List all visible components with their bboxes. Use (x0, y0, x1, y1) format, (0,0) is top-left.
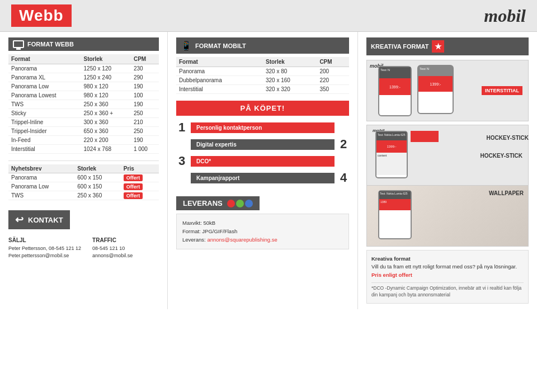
wallpaper-phone: Test: Nokia Lumia 625 1389 (378, 190, 412, 239)
table-row: In-Feed220 x 200190 (8, 136, 159, 145)
table-cell: 220 x 200 (81, 136, 131, 145)
table-cell: 190 (131, 100, 159, 109)
leverans-info: Maxvikt: 50kB Format: JPG/GIF/Flash Leve… (176, 214, 349, 249)
salj-name: Peter Pettersson, 08-545 121 12 (8, 245, 81, 251)
table-cell: Offert (121, 191, 159, 200)
table-cell: Trippel-Insider (8, 127, 81, 136)
phone-mock-2: Test N 1399:- (417, 65, 454, 114)
leverans-email[interactable]: annons@squarepublishing.se (207, 237, 277, 243)
table-cell: 320 x 160 (263, 76, 317, 85)
table-cell: Interstitial (176, 85, 263, 94)
phone-icon: ↩ (15, 214, 23, 226)
hockey-stick-label: HOCKEY-STICK (486, 135, 529, 141)
circle-red (227, 200, 235, 207)
table-cell: Offert (121, 173, 159, 182)
site-title: Webb (11, 4, 72, 27)
table-cell: 230 (131, 64, 159, 73)
kreativa-footer: Kreativa format Vill du ta fram ett nytt… (366, 250, 529, 304)
interstitial-label: INTERSTITIAL (482, 86, 522, 95)
table-cell: 200 (317, 67, 349, 76)
kreativa-price: Pris enligt offert (371, 272, 412, 278)
kontakt-box: ↩ KONTAKT (8, 210, 70, 229)
step-2-num: 2 (338, 137, 349, 152)
kreativa-desc: Vill du ta fram ett nytt roligt format m… (371, 263, 517, 270)
format-mobilt-header: 📱 FORMAT MOBILT (176, 37, 349, 54)
table-cell: 190 (131, 82, 159, 91)
kreativa-body-title: Kreativa format (371, 256, 411, 262)
table-row: Trippel-Inline300 x 360210 (8, 118, 159, 127)
step-3-label: DCO* (191, 156, 335, 167)
table-cell: 250 (131, 109, 159, 118)
table-cell: Panorama XL (8, 73, 81, 82)
newsletter-table: Nyhetsbrev Storlek Pris Panorama600 x 15… (8, 164, 159, 200)
hockey-mockup: mobil Test: Nokia Lumia 625 1399:- conte… (366, 125, 529, 186)
table-row: Dubbelpanorama320 x 160220 (176, 76, 349, 85)
table-cell: 1250 x 120 (81, 64, 131, 73)
table-row: Panorama600 x 150Offert (8, 173, 159, 182)
table-cell: 190 (131, 136, 159, 145)
pakopet-box: PÅ KÖPET! (176, 101, 349, 116)
monitor-icon (13, 40, 24, 48)
leverans-format: Format: JPG/GIF/Flash (182, 227, 343, 235)
kreativa-footer-note: *DCO -Dynamic Campaign Optimization, inn… (371, 282, 524, 299)
color-circles (227, 200, 253, 207)
table-cell: Panorama (8, 173, 74, 182)
star-icon: ★ (432, 40, 444, 53)
traffic-phone: 08-545 121 10 (92, 245, 125, 251)
table-cell: 250 (131, 127, 159, 136)
table-cell: 210 (131, 118, 159, 127)
table-cell: TWS (8, 100, 81, 109)
table-cell: 220 (317, 76, 349, 85)
table-cell: 290 (131, 73, 159, 82)
step-2-label: Digital expertis (191, 139, 335, 150)
step-4-num: 4 (338, 171, 349, 185)
circle-green (236, 200, 244, 207)
table-cell: 320 x 80 (263, 67, 317, 76)
format-webb-table: Format Storlek CPM Panorama1250 x 120230… (8, 54, 159, 154)
step-2-row: Digital expertis 2 (176, 137, 349, 152)
interstitial-mockup: mobil Test N 1399:- Test N 1399:- INTERS… (366, 60, 529, 121)
table-cell: Trippel-Inline (8, 118, 81, 127)
mob-col-storlek: Storlek (263, 57, 317, 67)
salj-label: SÄLJL (8, 237, 26, 243)
col-cpm: CPM (131, 54, 159, 64)
table-row: Trippel-Insider650 x 360250 (8, 127, 159, 136)
traffic-info: TRAFFIC 08-545 121 10 annons@mobil.se (92, 236, 133, 260)
table-cell: Panorama (8, 64, 81, 73)
table-cell: Offert (121, 182, 159, 191)
step-1-row: 1 Personlig kontaktperson (176, 120, 349, 135)
traffic-label: TRAFFIC (92, 237, 116, 243)
table-cell: 600 x 150 (74, 173, 121, 182)
offert-badge: Offert (124, 174, 143, 181)
leverans-header: LEVERANS (176, 196, 260, 210)
hockey-top-banner (411, 131, 439, 142)
hockey-phone: Test: Nokia Lumia 625 1399:- content (375, 131, 408, 178)
kreativa-label: KREATIVA FORMAT (371, 43, 428, 50)
mid-column: 📱 FORMAT MOBILT Format Storlek CPM Panor… (168, 32, 358, 309)
leverans-maxvikt: Maxvikt: 50kB (182, 219, 343, 227)
mob-col-cpm: CPM (317, 57, 349, 67)
table-cell: 250 x 360 (81, 100, 131, 109)
table-row: Panorama Low600 x 150Offert (8, 182, 159, 191)
table-cell: 350 (317, 85, 349, 94)
table-cell: 980 x 120 (81, 91, 131, 100)
kontakt-label: KONTAKT (28, 216, 63, 224)
step-4-label: Kampanjrapport (191, 173, 335, 183)
table-row: Panorama1250 x 120230 (8, 64, 159, 73)
table-row: TWS250 x 360190 (8, 100, 159, 109)
salj-info: SÄLJL Peter Pettersson, 08-545 121 12 Pe… (8, 236, 81, 260)
format-webb-header: FORMAT WEBB (8, 37, 159, 51)
table-cell: 650 x 360 (81, 127, 131, 136)
table-cell: 100 (131, 91, 159, 100)
news-col-nyhetsbrev: Nyhetsbrev (8, 164, 74, 173)
table-cell: Interstitial (8, 145, 81, 154)
salj-email: Peter.pettersson@mobil.se (8, 253, 69, 258)
table-row: Interstitial320 x 320350 (176, 85, 349, 94)
table-cell: Panorama (176, 67, 263, 76)
news-col-pris: Pris (121, 164, 159, 173)
table-row: Sticky250 x 360 +250 (8, 109, 159, 118)
main-content: FORMAT WEBB Format Storlek CPM Panorama1… (0, 32, 537, 309)
circle-blue (245, 200, 253, 207)
col-storlek: Storlek (81, 54, 131, 64)
right-column: KREATIVA FORMAT ★ mobil Test N 1399:- Te… (358, 32, 537, 309)
